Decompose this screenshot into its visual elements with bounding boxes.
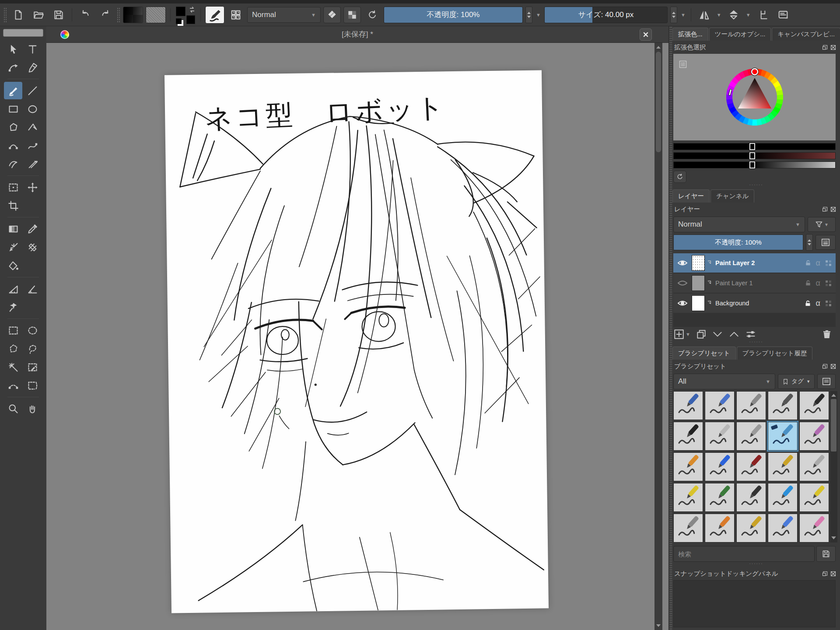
tab-layers[interactable]: レイヤー xyxy=(672,189,710,203)
tool-measure[interactable] xyxy=(23,280,42,298)
gradient-chooser[interactable] xyxy=(123,7,143,23)
layer-thumbnail[interactable] xyxy=(692,275,705,291)
panel-splitter[interactable]: ······ xyxy=(672,562,840,567)
close-panel-icon[interactable] xyxy=(830,363,836,370)
scroll-down-arrow[interactable] xyxy=(831,534,836,542)
panel-splitter[interactable]: ······ xyxy=(672,340,840,345)
brush-preset-tile-19[interactable] xyxy=(799,483,829,512)
wrap-around-mode-button[interactable] xyxy=(754,7,772,23)
canvas-viewport[interactable]: ネコ型 ロボット xyxy=(46,43,668,630)
toolbar-blend-mode-select[interactable]: Normal ▼ xyxy=(247,7,321,23)
tool-multibrush[interactable] xyxy=(23,155,42,173)
tool-zoom[interactable] xyxy=(4,400,22,417)
brush-preset-tile-7[interactable] xyxy=(736,422,766,451)
toolbar-drag-handle-2[interactable] xyxy=(117,7,120,22)
tool-pattern-edit[interactable] xyxy=(4,238,22,256)
layer-filter-button[interactable]: ▼ xyxy=(808,217,836,232)
move-layer-up-button[interactable] xyxy=(728,329,740,340)
selector-settings-icon[interactable] xyxy=(679,60,687,69)
brush-preset-tile-18[interactable] xyxy=(768,483,798,512)
swap-colors-icon[interactable] xyxy=(188,6,196,14)
tab-advanced-color[interactable]: 拡張色... xyxy=(672,28,708,41)
tool-crop[interactable] xyxy=(4,197,22,214)
brush-preset-tile-3[interactable] xyxy=(768,391,798,420)
save-brush-button[interactable] xyxy=(816,546,836,562)
opacity-options-caret[interactable]: ▼ xyxy=(535,12,542,18)
alpha-lock-icon[interactable]: α xyxy=(816,279,820,288)
opacity-slider[interactable]: 不透明度: 100% xyxy=(384,7,523,23)
mirror-vertical-caret[interactable]: ▼ xyxy=(716,12,722,18)
brush-preset-tile-23[interactable] xyxy=(768,514,798,542)
tool-move[interactable] xyxy=(23,178,42,196)
brush-preset-tile-0[interactable] xyxy=(673,391,703,420)
tool-ellipse[interactable] xyxy=(23,100,42,118)
mirror-horizontal-axis-button[interactable] xyxy=(725,7,742,23)
float-panel-icon[interactable] xyxy=(822,570,828,577)
tool-ellipse-select[interactable] xyxy=(23,322,42,339)
layer-opacity-spinner[interactable] xyxy=(806,234,813,251)
close-document-button[interactable] xyxy=(640,28,652,41)
tool-polygon[interactable] xyxy=(4,119,22,136)
tool-polyline[interactable] xyxy=(23,119,42,136)
foreground-background-colors[interactable] xyxy=(175,6,196,24)
toolbox-drag-handle[interactable] xyxy=(3,29,43,37)
brush-preset-tile-14[interactable] xyxy=(799,452,829,481)
layer-row-background[interactable]: Background α xyxy=(673,294,836,313)
value-slider-3[interactable] xyxy=(673,161,836,168)
add-layer-button[interactable]: ▼ xyxy=(673,329,691,340)
inherit-alpha-icon[interactable] xyxy=(825,280,832,287)
tool-fill[interactable] xyxy=(4,257,22,274)
inherit-alpha-icon[interactable] xyxy=(825,259,832,267)
brush-preset-tile-1[interactable] xyxy=(705,391,735,420)
scroll-up-arrow[interactable] xyxy=(831,392,836,399)
panel-splitter[interactable]: ······ xyxy=(672,183,840,188)
undo-button[interactable] xyxy=(77,7,94,23)
close-panel-icon[interactable] xyxy=(830,206,836,213)
slider-handle[interactable] xyxy=(749,143,755,150)
tool-text[interactable] xyxy=(23,40,42,58)
hue-wheel[interactable] xyxy=(722,64,788,130)
tool-assistants[interactable] xyxy=(4,280,22,298)
tool-rect-select[interactable] xyxy=(4,322,22,339)
value-slider-2[interactable] xyxy=(673,152,836,159)
tool-transform[interactable] xyxy=(4,178,22,196)
brush-preset-tile-22[interactable] xyxy=(736,514,766,542)
layer-thumbnail[interactable] xyxy=(692,295,705,311)
layer-row-paint-layer-1[interactable]: Paint Layer 1 α xyxy=(673,273,836,293)
tool-gradient[interactable] xyxy=(4,220,22,238)
delete-layer-button[interactable] xyxy=(822,329,832,340)
brush-preset-tile-16[interactable] xyxy=(705,483,735,512)
layer-name[interactable]: Background xyxy=(715,300,802,307)
brush-editor-button[interactable] xyxy=(205,6,224,24)
lock-icon[interactable] xyxy=(805,259,812,267)
layer-thumbnail[interactable] xyxy=(692,255,705,271)
tab-canvas-preview[interactable]: キャンバスプレビ... xyxy=(772,28,840,41)
new-document-button[interactable] xyxy=(10,7,27,23)
tool-color-sampler[interactable] xyxy=(23,220,42,238)
layer-blend-mode-select[interactable]: Normal ▼ xyxy=(673,217,805,232)
tool-bezier-select[interactable] xyxy=(4,377,22,394)
brush-filter-select[interactable]: All ▼ xyxy=(673,374,775,389)
tool-line[interactable] xyxy=(23,82,42,99)
float-panel-icon[interactable] xyxy=(822,363,828,370)
layer-row-paint-layer-2[interactable]: Paint Layer 2 α xyxy=(673,253,836,273)
tool-rectangle[interactable] xyxy=(4,100,22,118)
brush-preset-tile-12[interactable] xyxy=(736,452,766,481)
mirror-vertical-axis-button[interactable] xyxy=(696,7,713,23)
scrollbar-thumb[interactable] xyxy=(831,399,836,452)
layer-view-options-button[interactable] xyxy=(816,235,836,250)
foreground-color-swatch[interactable] xyxy=(176,7,186,16)
tool-transform-select[interactable] xyxy=(4,40,22,58)
opacity-spinner[interactable] xyxy=(525,7,532,23)
layer-properties-button[interactable] xyxy=(745,329,757,340)
tool-bezier-curve[interactable] xyxy=(4,137,22,154)
document-titlebar[interactable]: [未保存] * xyxy=(46,26,668,43)
float-panel-icon[interactable] xyxy=(822,206,828,213)
alpha-lock-icon[interactable]: α xyxy=(816,259,820,268)
size-spinner[interactable] xyxy=(670,7,677,23)
tab-brush-preset-history[interactable]: ブラシプリセット履歴 xyxy=(737,346,813,360)
brush-preset-tile-5[interactable] xyxy=(673,422,703,451)
toolbar-drag-handle[interactable] xyxy=(4,7,7,22)
tool-pan[interactable] xyxy=(23,400,42,417)
visibility-eye-icon[interactable] xyxy=(675,298,690,308)
